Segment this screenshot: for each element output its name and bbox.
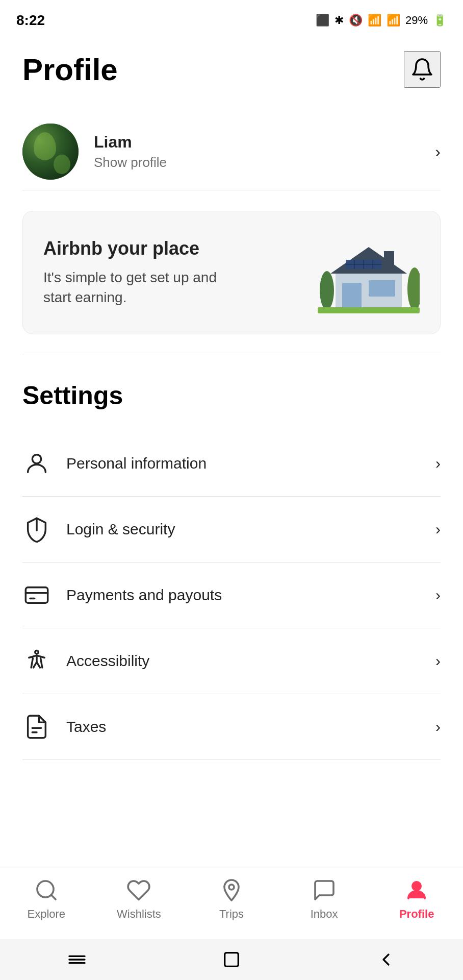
settings-item-accessibility[interactable]: Accessibility › xyxy=(22,628,441,694)
bluetooth-icon: ✱ xyxy=(335,14,344,27)
svg-rect-9 xyxy=(384,251,394,265)
payments-chevron: › xyxy=(435,586,441,604)
trips-icon xyxy=(219,878,244,902)
explore-label: Explore xyxy=(28,908,66,921)
trips-label: Trips xyxy=(219,908,244,921)
status-icons: ⬛ ✱ 🔇 📶 📶 29% 🔋 xyxy=(316,14,447,27)
airbnb-banner[interactable]: Airbnb your place It's simple to get set… xyxy=(22,211,441,334)
divider xyxy=(22,355,441,355)
svg-rect-12 xyxy=(318,307,420,313)
svg-point-10 xyxy=(320,271,334,310)
battery-icon: 🔋 xyxy=(433,14,447,27)
payment-icon xyxy=(22,581,51,609)
login-security-label: Login & security xyxy=(66,521,175,538)
profile-nav-label: Profile xyxy=(399,908,434,921)
user-profile-row[interactable]: Liam Show profile › xyxy=(22,113,441,190)
nav-inbox[interactable]: Inbox xyxy=(294,877,355,921)
accessibility-chevron: › xyxy=(435,652,441,670)
settings-item-personal-information[interactable]: Personal information › xyxy=(22,431,441,497)
page-title: Profile xyxy=(22,52,118,87)
banner-title: Airbnb your place xyxy=(43,238,318,259)
svg-rect-1 xyxy=(342,283,362,308)
main-content: Profile Liam Show profile › Airbnb your … xyxy=(0,36,463,760)
person-icon xyxy=(22,449,51,478)
settings-item-login-security[interactable]: Login & security › xyxy=(22,497,441,562)
svg-point-18 xyxy=(35,650,39,654)
camera-icon: ⬛ xyxy=(316,14,329,27)
svg-point-23 xyxy=(229,885,234,890)
status-time: 8:22 xyxy=(16,12,45,29)
wishlists-icon xyxy=(126,878,151,902)
taxes-chevron: › xyxy=(435,718,441,736)
login-security-chevron: › xyxy=(435,521,441,538)
user-name: Liam xyxy=(94,133,167,152)
status-bar: 8:22 ⬛ ✱ 🔇 📶 📶 29% 🔋 xyxy=(0,0,463,36)
nav-explore[interactable]: Explore xyxy=(16,877,77,921)
home-button[interactable] xyxy=(216,949,247,970)
profile-chevron-icon: › xyxy=(435,142,441,161)
banner-subtitle: It's simple to get set up andstart earni… xyxy=(43,267,318,307)
profile-nav-icon xyxy=(404,878,429,902)
settings-list: Personal information › Login & security … xyxy=(22,431,441,760)
personal-information-chevron: › xyxy=(435,455,441,472)
document-icon xyxy=(22,713,51,741)
svg-point-24 xyxy=(413,882,421,890)
settings-item-taxes[interactable]: Taxes › xyxy=(22,694,441,760)
nav-profile[interactable]: Profile xyxy=(386,877,447,921)
show-profile-label: Show profile xyxy=(94,155,167,170)
settings-title: Settings xyxy=(22,381,441,410)
wifi-icon: 📶 xyxy=(368,14,381,27)
svg-line-22 xyxy=(51,895,56,899)
settings-item-payments-payouts[interactable]: Payments and payouts › xyxy=(22,562,441,628)
shield-icon xyxy=(22,515,51,544)
inbox-label: Inbox xyxy=(311,908,338,921)
accessibility-label: Accessibility xyxy=(66,652,149,670)
payments-payouts-label: Payments and payouts xyxy=(66,586,222,604)
menu-button[interactable] xyxy=(62,949,92,970)
house-illustration xyxy=(318,232,420,313)
svg-rect-2 xyxy=(369,280,395,297)
back-button[interactable] xyxy=(371,949,401,970)
nav-wishlists[interactable]: Wishlists xyxy=(108,877,169,921)
bottom-nav: Explore Wishlists Trips Inbox xyxy=(0,868,463,939)
personal-information-label: Personal information xyxy=(66,455,207,472)
page-header: Profile xyxy=(22,51,441,88)
taxes-label: Taxes xyxy=(66,718,106,736)
svg-point-13 xyxy=(32,455,41,463)
nav-trips[interactable]: Trips xyxy=(201,877,262,921)
accessibility-icon xyxy=(22,647,51,675)
inbox-icon xyxy=(312,878,337,902)
explore-icon xyxy=(34,878,59,902)
battery-level: 29% xyxy=(405,14,428,27)
svg-rect-28 xyxy=(225,953,239,967)
system-bar xyxy=(0,939,463,980)
avatar xyxy=(22,124,79,180)
wishlists-label: Wishlists xyxy=(117,908,161,921)
signal-icon: 📶 xyxy=(387,14,400,27)
mute-icon: 🔇 xyxy=(349,14,363,27)
svg-point-11 xyxy=(407,267,420,310)
svg-rect-15 xyxy=(25,587,47,603)
notifications-button[interactable] xyxy=(404,51,441,88)
bell-icon xyxy=(410,57,434,82)
